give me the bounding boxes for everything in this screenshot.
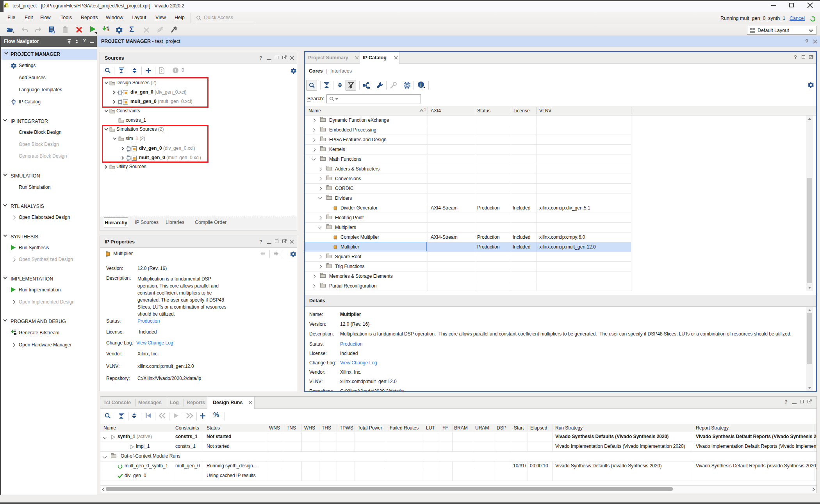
- svg-text:10: 10: [107, 29, 110, 32]
- svg-text:?: ?: [160, 69, 162, 73]
- svg-text:01: 01: [107, 27, 110, 29]
